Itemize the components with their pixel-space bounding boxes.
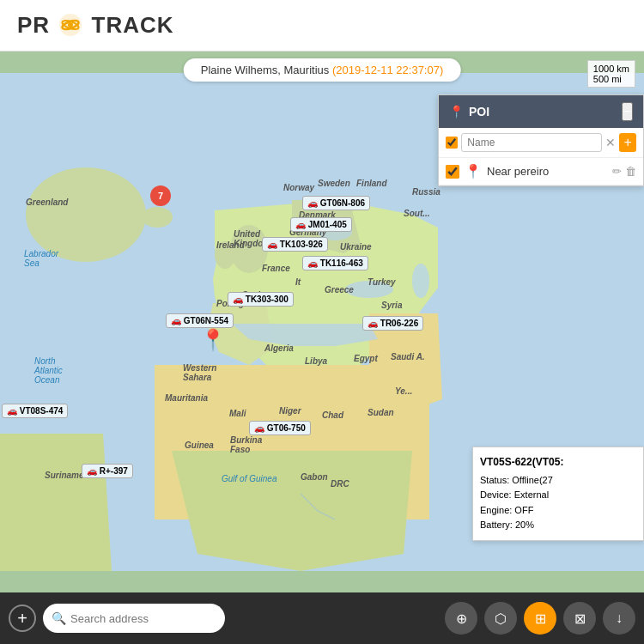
marker-JM01-405[interactable]: 🚗 JM01-405 [290,217,352,232]
app-logo: PR TRACK [17,12,174,39]
app-header: PR TRACK [0,0,644,52]
cluster-badge[interactable]: 7 [150,185,171,206]
marker-TR06-226[interactable]: 🚗 TR06-226 [362,316,423,331]
layers-icon: ⬡ [495,611,507,627]
map-container[interactable]: Plaine Wilhems, Mauritius (2019-12-11 22… [0,52,644,592]
datetime-text: (2019-12-11 22:37:07) [332,64,443,76]
poi-item-location-icon: 📍 [465,163,482,179]
heatmap-button[interactable]: ⊠ [563,602,596,635]
scale-km: 1000 km [593,64,629,74]
poi-location-icon: 📍 [449,105,464,118]
poi-search-row: ✕ + [439,128,643,158]
marker-TK303-300[interactable]: 🚗 TK303-300 [228,292,294,307]
download-button[interactable]: ↓ [603,602,635,635]
logo-icon [58,13,82,37]
svg-point-8 [215,241,235,269]
poi-search-checkbox[interactable] [446,136,458,149]
marker-TK103-926[interactable]: 🚗 TK103-926 [262,237,328,252]
location-bar: Plaine Wilhems, Mauritius (2019-12-11 22… [184,58,461,82]
poi-delete-button[interactable]: 🗑 [625,165,636,178]
vehicle-popup: VT05S-622(VT05: Status: Offline(27 Devic… [472,447,644,541]
scale-bar: 1000 km 500 mi [587,60,635,88]
search-input[interactable] [43,604,225,633]
poi-title: POI [469,105,489,118]
location-button[interactable]: ⊕ [445,602,477,635]
marker-GT06-750[interactable]: 🚗 GT06-750 [249,421,311,435]
marker-GT06N-554[interactable]: 🚗 GT06N-554 [166,313,234,328]
layers-button[interactable]: ⬡ [484,602,517,635]
poi-item: 📍 Near pereiro ✏ 🗑 [439,158,643,185]
popup-device: Device: External [480,488,636,503]
marker-TK116-463[interactable]: 🚗 TK116-463 [302,256,368,270]
svg-point-3 [68,22,73,27]
marker-R397[interactable]: 🚗 R+-397 [82,464,133,478]
svg-point-11 [412,264,429,298]
marker-VT08S-474[interactable]: 🚗 VT08S-474 [2,404,68,418]
poi-item-label: Near pereiro [487,165,607,178]
grid-button[interactable]: ⊞ [524,602,556,635]
grid-icon: ⊞ [535,611,546,627]
poi-header: 📍 POI − [439,95,643,128]
bottom-toolbar: + 🔍 ⊕ ⬡ ⊞ ⊠ ↓ [0,592,644,644]
popup-title: VT05S-622(VT05: [480,454,636,471]
download-icon: ↓ [616,611,623,626]
poi-item-checkbox[interactable] [446,165,459,179]
marker-GT06N-806[interactable]: 🚗 GT06N-806 [302,196,370,210]
location-icon: ⊕ [456,611,467,627]
popup-battery: Battery: 20% [480,518,636,533]
svg-point-10 [345,281,393,298]
poi-add-button[interactable]: + [619,133,636,152]
search-wrapper: 🔍 [43,604,225,633]
poi-edit-button[interactable]: ✏ [612,165,622,178]
svg-point-5 [26,167,146,262]
poi-search-input[interactable] [461,133,602,152]
popup-engine: Engine: OFF [480,503,636,519]
popup-status: Status: Offline(27 [480,473,636,489]
add-button[interactable]: + [9,605,36,632]
scale-mi: 500 mi [593,74,629,84]
poi-clear-button[interactable]: ✕ [605,136,616,149]
poi-panel: 📍 POI − ✕ + 📍 Near pereiro ✏ 🗑 [438,94,644,186]
red-pin-marker[interactable]: 📍 [200,328,226,352]
heatmap-icon: ⊠ [574,611,586,627]
location-text: Plaine Wilhems, Mauritius [201,64,330,76]
svg-point-6 [142,207,173,228]
poi-minimize-button[interactable]: − [622,102,633,121]
